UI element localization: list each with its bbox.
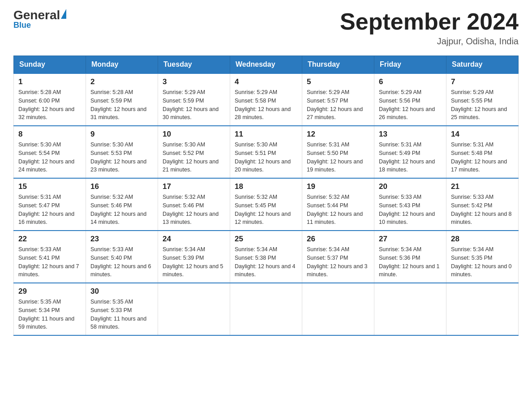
day-number: 23	[90, 235, 153, 244]
day-info: Sunrise: 5:32 AMSunset: 5:44 PMDaylight:…	[307, 193, 369, 227]
day-number: 10	[163, 130, 225, 139]
day-number: 5	[307, 77, 369, 86]
day-number: 16	[90, 182, 153, 191]
logo-general-text: General	[13, 9, 60, 21]
day-number: 30	[90, 287, 153, 296]
calendar-cell: 6Sunrise: 5:29 AMSunset: 5:56 PMDaylight…	[374, 73, 446, 126]
weekday-header-tuesday: Tuesday	[158, 56, 230, 74]
day-info: Sunrise: 5:31 AMSunset: 5:50 PMDaylight:…	[307, 141, 369, 174]
day-info: Sunrise: 5:28 AMSunset: 6:00 PMDaylight:…	[18, 88, 81, 122]
calendar-week-row-4: 22Sunrise: 5:33 AMSunset: 5:41 PMDayligh…	[14, 231, 519, 283]
day-info: Sunrise: 5:30 AMSunset: 5:52 PMDaylight:…	[163, 141, 225, 174]
calendar-cell: 28Sunrise: 5:34 AMSunset: 5:35 PMDayligh…	[446, 231, 519, 283]
calendar-cell: 19Sunrise: 5:32 AMSunset: 5:44 PMDayligh…	[302, 178, 374, 231]
calendar-cell: 16Sunrise: 5:32 AMSunset: 5:46 PMDayligh…	[86, 178, 158, 231]
calendar-week-row-3: 15Sunrise: 5:31 AMSunset: 5:47 PMDayligh…	[14, 178, 519, 231]
day-number: 15	[18, 182, 81, 191]
day-info: Sunrise: 5:35 AMSunset: 5:33 PMDaylight:…	[90, 298, 153, 331]
calendar-cell	[374, 283, 446, 335]
calendar-cell: 2Sunrise: 5:28 AMSunset: 5:59 PMDaylight…	[86, 73, 158, 126]
day-number: 25	[235, 235, 297, 244]
day-number: 27	[379, 235, 442, 244]
calendar-cell: 27Sunrise: 5:34 AMSunset: 5:36 PMDayligh…	[374, 231, 446, 283]
location-text: Jajpur, Odisha, India	[340, 36, 519, 47]
day-info: Sunrise: 5:29 AMSunset: 5:58 PMDaylight:…	[235, 88, 297, 122]
day-number: 21	[451, 182, 514, 191]
calendar-cell	[302, 283, 374, 335]
day-info: Sunrise: 5:33 AMSunset: 5:43 PMDaylight:…	[379, 193, 442, 227]
day-number: 17	[163, 182, 225, 191]
day-number: 12	[307, 130, 369, 139]
day-info: Sunrise: 5:30 AMSunset: 5:53 PMDaylight:…	[90, 141, 153, 174]
day-info: Sunrise: 5:31 AMSunset: 5:48 PMDaylight:…	[451, 141, 514, 174]
day-info: Sunrise: 5:30 AMSunset: 5:51 PMDaylight:…	[235, 141, 297, 174]
calendar-cell: 20Sunrise: 5:33 AMSunset: 5:43 PMDayligh…	[374, 178, 446, 231]
day-info: Sunrise: 5:34 AMSunset: 5:36 PMDaylight:…	[379, 245, 442, 279]
calendar-cell: 25Sunrise: 5:34 AMSunset: 5:38 PMDayligh…	[230, 231, 302, 283]
logo: General Blue	[13, 9, 66, 30]
calendar-cell: 4Sunrise: 5:29 AMSunset: 5:58 PMDaylight…	[230, 73, 302, 126]
month-title: September 2024	[340, 9, 519, 34]
page-header: General Blue September 2024 Jajpur, Odis…	[13, 9, 519, 47]
day-number: 19	[307, 182, 369, 191]
calendar-cell: 26Sunrise: 5:34 AMSunset: 5:37 PMDayligh…	[302, 231, 374, 283]
calendar-cell: 1Sunrise: 5:28 AMSunset: 6:00 PMDaylight…	[14, 73, 86, 126]
day-number: 29	[18, 287, 81, 296]
title-area: September 2024 Jajpur, Odisha, India	[340, 9, 519, 47]
day-info: Sunrise: 5:30 AMSunset: 5:54 PMDaylight:…	[18, 141, 81, 174]
day-info: Sunrise: 5:33 AMSunset: 5:41 PMDaylight:…	[18, 245, 81, 279]
weekday-header-thursday: Thursday	[302, 56, 374, 74]
calendar-week-row-5: 29Sunrise: 5:35 AMSunset: 5:34 PMDayligh…	[14, 283, 519, 335]
calendar-cell: 18Sunrise: 5:32 AMSunset: 5:45 PMDayligh…	[230, 178, 302, 231]
day-number: 18	[235, 182, 297, 191]
day-number: 20	[379, 182, 442, 191]
weekday-header-row: SundayMondayTuesdayWednesdayThursdayFrid…	[14, 56, 519, 74]
day-number: 9	[90, 130, 153, 139]
day-info: Sunrise: 5:29 AMSunset: 5:57 PMDaylight:…	[307, 88, 369, 122]
calendar-cell: 5Sunrise: 5:29 AMSunset: 5:57 PMDaylight…	[302, 73, 374, 126]
day-number: 2	[90, 77, 153, 86]
day-number: 28	[451, 235, 514, 244]
weekday-header-sunday: Sunday	[14, 56, 86, 74]
day-number: 4	[235, 77, 297, 86]
weekday-header-saturday: Saturday	[446, 56, 519, 74]
day-info: Sunrise: 5:33 AMSunset: 5:40 PMDaylight:…	[90, 245, 153, 279]
calendar-cell: 15Sunrise: 5:31 AMSunset: 5:47 PMDayligh…	[14, 178, 86, 231]
day-number: 1	[18, 77, 81, 86]
day-number: 7	[451, 77, 514, 86]
day-info: Sunrise: 5:29 AMSunset: 5:59 PMDaylight:…	[163, 88, 225, 122]
calendar-table: SundayMondayTuesdayWednesdayThursdayFrid…	[13, 56, 519, 336]
calendar-cell: 13Sunrise: 5:31 AMSunset: 5:49 PMDayligh…	[374, 126, 446, 178]
day-info: Sunrise: 5:31 AMSunset: 5:49 PMDaylight:…	[379, 141, 442, 174]
calendar-cell	[230, 283, 302, 335]
day-info: Sunrise: 5:29 AMSunset: 5:55 PMDaylight:…	[451, 88, 514, 122]
calendar-cell: 11Sunrise: 5:30 AMSunset: 5:51 PMDayligh…	[230, 126, 302, 178]
day-info: Sunrise: 5:34 AMSunset: 5:39 PMDaylight:…	[163, 245, 225, 279]
calendar-cell: 30Sunrise: 5:35 AMSunset: 5:33 PMDayligh…	[86, 283, 158, 335]
day-info: Sunrise: 5:32 AMSunset: 5:46 PMDaylight:…	[163, 193, 225, 227]
calendar-cell: 24Sunrise: 5:34 AMSunset: 5:39 PMDayligh…	[158, 231, 230, 283]
weekday-header-friday: Friday	[374, 56, 446, 74]
day-info: Sunrise: 5:32 AMSunset: 5:46 PMDaylight:…	[90, 193, 153, 227]
logo-blue-text: Blue	[13, 21, 66, 30]
day-info: Sunrise: 5:34 AMSunset: 5:38 PMDaylight:…	[235, 245, 297, 279]
day-info: Sunrise: 5:29 AMSunset: 5:56 PMDaylight:…	[379, 88, 442, 122]
day-info: Sunrise: 5:34 AMSunset: 5:35 PMDaylight:…	[451, 245, 514, 279]
calendar-cell: 3Sunrise: 5:29 AMSunset: 5:59 PMDaylight…	[158, 73, 230, 126]
weekday-header-monday: Monday	[86, 56, 158, 74]
calendar-week-row-1: 1Sunrise: 5:28 AMSunset: 6:00 PMDaylight…	[14, 73, 519, 126]
calendar-cell: 8Sunrise: 5:30 AMSunset: 5:54 PMDaylight…	[14, 126, 86, 178]
calendar-cell: 21Sunrise: 5:33 AMSunset: 5:42 PMDayligh…	[446, 178, 519, 231]
day-info: Sunrise: 5:31 AMSunset: 5:47 PMDaylight:…	[18, 193, 81, 227]
day-number: 3	[163, 77, 225, 86]
calendar-cell: 10Sunrise: 5:30 AMSunset: 5:52 PMDayligh…	[158, 126, 230, 178]
day-number: 8	[18, 130, 81, 139]
logo-triangle-icon	[61, 9, 66, 19]
weekday-header-wednesday: Wednesday	[230, 56, 302, 74]
calendar-cell: 12Sunrise: 5:31 AMSunset: 5:50 PMDayligh…	[302, 126, 374, 178]
calendar-cell	[446, 283, 519, 335]
day-number: 26	[307, 235, 369, 244]
calendar-cell: 22Sunrise: 5:33 AMSunset: 5:41 PMDayligh…	[14, 231, 86, 283]
day-number: 14	[451, 130, 514, 139]
calendar-cell: 7Sunrise: 5:29 AMSunset: 5:55 PMDaylight…	[446, 73, 519, 126]
